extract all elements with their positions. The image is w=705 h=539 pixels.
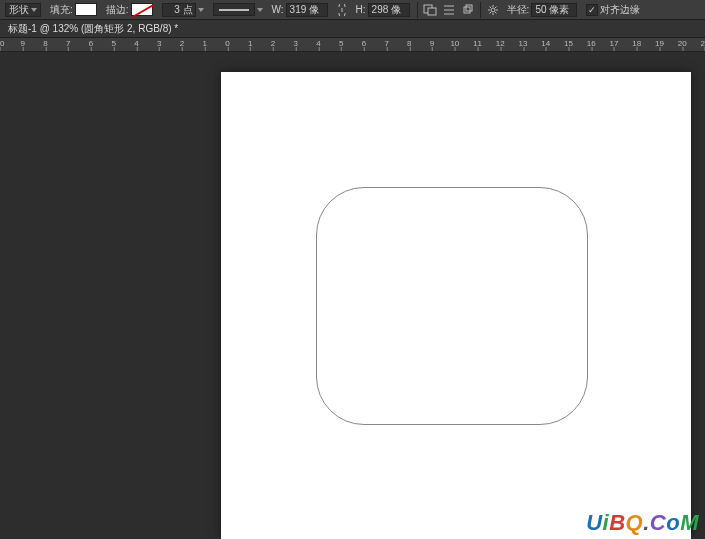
ruler-tick: 1 (248, 39, 252, 48)
ruler-tick: 9 (430, 39, 434, 48)
path-alignment-icon[interactable] (441, 2, 457, 18)
ruler-tick: 18 (632, 39, 641, 48)
align-edges-checkbox[interactable]: ✓ (586, 4, 598, 16)
ruler-tick: 12 (496, 39, 505, 48)
gear-icon[interactable] (485, 2, 501, 18)
ruler-tick: 19 (655, 39, 664, 48)
svg-rect-1 (428, 8, 436, 15)
ruler-tick: 10 (0, 39, 4, 48)
chevron-down-icon[interactable] (198, 8, 204, 12)
watermark: UiBQ.CoM (586, 510, 699, 536)
path-operations-icon[interactable] (422, 2, 438, 18)
fill-color-swatch[interactable] (75, 3, 97, 16)
ruler-tick: 7 (66, 39, 70, 48)
stroke-width-input[interactable]: 3 点 (162, 3, 196, 17)
ruler-tick: 20 (678, 39, 687, 48)
ruler-tick: 6 (362, 39, 366, 48)
ruler-tick: 8 (43, 39, 47, 48)
ruler-tick: 4 (316, 39, 320, 48)
ruler-tick: 5 (111, 39, 115, 48)
ruler-tick: 16 (587, 39, 596, 48)
ruler-tick: 2 (271, 39, 275, 48)
ruler-tick: 8 (407, 39, 411, 48)
document-canvas[interactable] (221, 72, 691, 539)
ruler-tick: 9 (21, 39, 25, 48)
link-wh-icon[interactable] (334, 2, 350, 18)
stroke-label: 描边: (106, 3, 129, 17)
separator (480, 2, 481, 18)
ruler-tick: 3 (157, 39, 161, 48)
stroke-style-preview (219, 9, 249, 11)
horizontal-ruler: 1098765432101234567891011121314151617181… (0, 38, 705, 52)
ruler-tick: 5 (339, 39, 343, 48)
ruler-tick: 7 (384, 39, 388, 48)
ruler-tick: 15 (564, 39, 573, 48)
width-label: W: (272, 4, 284, 15)
canvas-workspace (0, 52, 705, 539)
svg-rect-2 (464, 7, 470, 13)
ruler-tick: 6 (89, 39, 93, 48)
document-tab-bar: 标题-1 @ 132% (圆角矩形 2, RGB/8) * (0, 20, 705, 38)
ruler-tick: 21 (701, 39, 705, 48)
ruler-tick: 14 (541, 39, 550, 48)
document-title: 标题-1 @ 132% (圆角矩形 2, RGB/8) * (8, 22, 178, 36)
stroke-color-swatch[interactable] (131, 3, 153, 16)
ruler-tick: 17 (610, 39, 619, 48)
tool-mode-dropdown[interactable]: 形状 (5, 3, 41, 17)
document-tab[interactable]: 标题-1 @ 132% (圆角矩形 2, RGB/8) * (0, 20, 186, 37)
ruler-tick: 4 (134, 39, 138, 48)
width-input[interactable]: 319 像 (286, 3, 328, 17)
path-arrange-icon[interactable] (460, 2, 476, 18)
check-icon: ✓ (588, 5, 596, 15)
stroke-style-dropdown[interactable] (213, 3, 255, 16)
fill-label: 填充: (50, 3, 73, 17)
ruler-tick: 0 (225, 39, 229, 48)
radius-label: 半径: (507, 3, 530, 17)
radius-input[interactable]: 50 像素 (531, 3, 577, 17)
ruler-tick: 13 (519, 39, 528, 48)
tool-mode-value: 形状 (9, 3, 29, 17)
separator (417, 2, 418, 18)
chevron-down-icon (31, 8, 37, 12)
height-input[interactable]: 298 像 (368, 3, 410, 17)
chevron-down-icon[interactable] (257, 8, 263, 12)
ruler-tick: 10 (450, 39, 459, 48)
height-label: H: (356, 4, 366, 15)
ruler-tick: 3 (293, 39, 297, 48)
ruler-tick: 11 (473, 39, 482, 48)
svg-point-4 (491, 8, 495, 12)
svg-rect-3 (466, 5, 472, 11)
ruler-tick: 2 (180, 39, 184, 48)
align-edges-label: 对齐边缘 (600, 3, 640, 17)
ruler-tick: 1 (202, 39, 206, 48)
rounded-rectangle-shape[interactable] (316, 187, 588, 425)
shape-tool-options-bar: 形状 填充: 描边: 3 点 W: 319 像 H: 298 像 (0, 0, 705, 20)
